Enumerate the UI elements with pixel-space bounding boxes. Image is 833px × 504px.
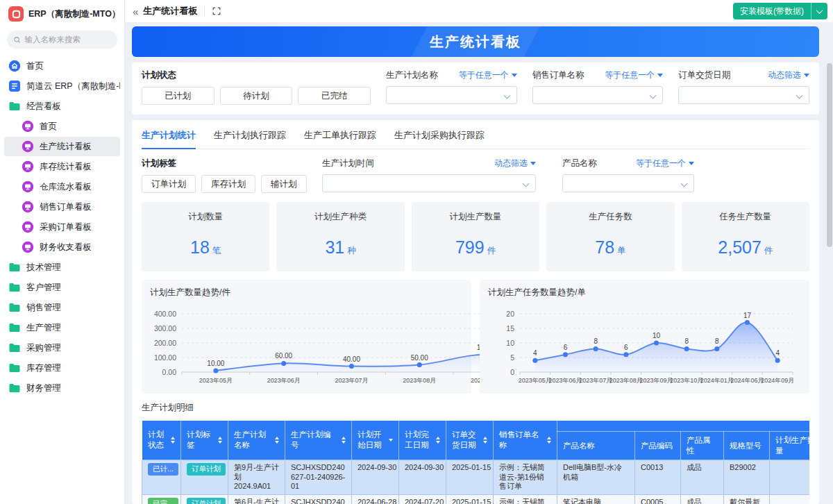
filter-select[interactable] bbox=[322, 174, 536, 192]
status-filter-button[interactable]: 已完结 bbox=[298, 87, 371, 105]
sidebar-item[interactable]: 财务收支看板 bbox=[4, 237, 120, 257]
svg-text:10: 10 bbox=[653, 332, 661, 339]
tag-filter-button[interactable]: 订单计划 bbox=[142, 175, 196, 193]
stat-label: 计划生产数量 bbox=[412, 211, 539, 223]
table-header-cell[interactable]: 计划标签 bbox=[181, 421, 228, 460]
sidebar-item[interactable]: 简道云 ERP（离散制造-MTO）... bbox=[4, 76, 120, 96]
plan-detail-section: 生产计划明细 计划状态计划标签生产计划名称生产计划编号计划开始日期计划完工日期订… bbox=[142, 402, 809, 504]
filter-operator-link[interactable]: 动态筛选 bbox=[768, 69, 809, 81]
product-group-header bbox=[557, 421, 810, 432]
sidebar-item[interactable]: 首页 bbox=[4, 117, 120, 136]
scrollbar-thumb[interactable] bbox=[827, 63, 832, 247]
table-header-cell[interactable]: 计划生产数量 bbox=[770, 432, 810, 460]
table-cell: 2025-01-15 bbox=[446, 460, 494, 495]
stat-value: 18笔 bbox=[142, 237, 269, 258]
stat-cards-row: 计划数量18笔计划生产种类31种计划生产数量799件生产任务数78单任务生产数量… bbox=[142, 202, 809, 271]
table-container[interactable]: 计划状态计划标签生产计划名称生产计划编号计划开始日期计划完工日期订单交货日期销售… bbox=[142, 420, 809, 504]
install-template-button[interactable]: 安装模板(带数据) bbox=[733, 3, 827, 19]
sidebar-item[interactable]: 生产统计看板 bbox=[4, 137, 120, 156]
table-header-cell[interactable]: 订单交货日期 bbox=[446, 421, 494, 460]
status-badge: 已完... bbox=[148, 498, 178, 504]
table-header-cell[interactable]: 生产计划编号 bbox=[285, 421, 352, 460]
table-header-cell[interactable]: 生产计划名称 bbox=[228, 421, 285, 460]
table-cell: Dell电脑B型-水冷机箱 bbox=[557, 460, 635, 495]
status-filter-button[interactable]: 已计划 bbox=[142, 87, 214, 105]
filter-label: 计划状态 bbox=[142, 69, 371, 81]
filter-select[interactable] bbox=[532, 86, 664, 104]
sidebar-item-label: 销售管理 bbox=[26, 302, 61, 314]
sidebar-item[interactable]: 财务管理 bbox=[4, 378, 120, 398]
svg-text:2024年01月: 2024年01月 bbox=[700, 377, 734, 384]
table-header-cell[interactable]: 计划完工日期 bbox=[399, 421, 446, 460]
svg-text:10.00: 10.00 bbox=[207, 360, 224, 367]
fullscreen-icon[interactable] bbox=[212, 6, 221, 16]
stat-value: 78单 bbox=[546, 237, 674, 258]
collapse-sidebar-icon[interactable]: « bbox=[129, 6, 142, 17]
filter-select[interactable] bbox=[678, 86, 809, 104]
svg-text:0: 0 bbox=[510, 368, 514, 376]
tag-filter-button[interactable]: 辅计划 bbox=[261, 175, 307, 193]
install-dropdown-caret[interactable] bbox=[811, 3, 827, 19]
sidebar-item[interactable]: 仓库流水看板 bbox=[4, 177, 120, 196]
filter-operator-link[interactable]: 等于任意一个 bbox=[605, 69, 663, 81]
filter-select[interactable] bbox=[562, 174, 694, 192]
filter-operator-link[interactable]: 等于任意一个 bbox=[636, 158, 694, 169]
search-input[interactable] bbox=[24, 35, 111, 44]
folder-icon bbox=[8, 261, 21, 274]
page-tab-title: 生产统计看板 bbox=[143, 5, 197, 17]
sidebar-item[interactable]: 首页 bbox=[4, 56, 120, 76]
topbar: « 生产统计看板 安装模板(带数据) bbox=[125, 0, 833, 22]
sidebar-item[interactable]: 采购管理 bbox=[4, 338, 120, 358]
filter-operator-link[interactable]: 动态筛选 bbox=[494, 158, 536, 169]
tab[interactable]: 生产工单执行跟踪 bbox=[304, 129, 376, 149]
sidebar-item[interactable]: 销售管理 bbox=[4, 298, 120, 317]
sidebar-item[interactable]: 生产管理 bbox=[4, 318, 120, 337]
sidebar-item-label: 库存管理 bbox=[26, 362, 61, 374]
folder-icon bbox=[8, 281, 21, 294]
filter-select[interactable] bbox=[386, 86, 517, 104]
table-row[interactable]: 已计...订单计划第9月-生产计划 2024.9A01SCJHXSDD24062… bbox=[142, 460, 810, 495]
tab[interactable]: 生产计划统计 bbox=[142, 129, 196, 149]
svg-text:100.00: 100.00 bbox=[154, 353, 176, 362]
table-header-cell[interactable]: 规格型号 bbox=[724, 432, 770, 460]
vertical-scrollbar[interactable] bbox=[827, 25, 832, 502]
dashboard-icon bbox=[22, 221, 34, 233]
stat-card: 任务生产数量2,507件 bbox=[682, 202, 809, 271]
table-header-cell[interactable]: 计划状态 bbox=[142, 421, 181, 460]
sidebar-item[interactable]: 库存统计看板 bbox=[4, 157, 120, 176]
filter-operator-link[interactable]: 等于任意一个 bbox=[459, 69, 517, 81]
chart-card: 计划生产任务数量趋势/单051015202023年05月2023年06月2023… bbox=[480, 280, 809, 394]
sidebar-item[interactable]: 库存管理 bbox=[4, 358, 120, 378]
table-header-cell[interactable]: 产品属性 bbox=[681, 432, 724, 460]
tag-filter-button[interactable]: 库存计划 bbox=[201, 175, 255, 193]
document-icon bbox=[8, 80, 21, 92]
filter-field-label: 产品名称 bbox=[562, 158, 597, 169]
sidebar-item[interactable]: 采购订单看板 bbox=[4, 217, 120, 237]
table-cell bbox=[770, 460, 810, 495]
table-header-cell[interactable]: 产品名称 bbox=[557, 432, 635, 460]
svg-text:2023年06月: 2023年06月 bbox=[548, 377, 582, 384]
table-cell: 已完... bbox=[142, 494, 181, 504]
sidebar-item[interactable]: 经营看板 bbox=[4, 96, 120, 116]
tab[interactable]: 生产计划采购执行跟踪 bbox=[394, 129, 485, 149]
table-row[interactable]: 已完...订单计划第6月-生产计划 2024.6A03SCJHXSDD24062… bbox=[142, 494, 810, 504]
stat-label: 计划生产种类 bbox=[276, 211, 404, 223]
plan-status-filter: 计划状态 已计划待计划已完结 bbox=[142, 69, 371, 105]
filter-field-label: 生产计划时间 bbox=[322, 158, 374, 169]
sidebar-item[interactable]: 技术管理 bbox=[4, 258, 120, 277]
sidebar-search[interactable] bbox=[7, 31, 117, 49]
table-header-cell[interactable]: 计划开始日期 bbox=[352, 421, 399, 460]
sidebar-item-label: 财务管理 bbox=[26, 383, 61, 394]
chevron-down-icon bbox=[681, 180, 688, 187]
sidebar-item[interactable]: 销售订单看板 bbox=[4, 197, 120, 217]
tab[interactable]: 生产计划执行跟踪 bbox=[214, 129, 286, 149]
dashboard-icon bbox=[22, 160, 34, 173]
inner-filter-row: 计划标签 订单计划库存计划辅计划 生产计划时间动态筛选产品名称等于任意一个 bbox=[142, 158, 809, 193]
filter-field: 订单交货日期动态筛选 bbox=[678, 69, 809, 105]
sort-icon bbox=[436, 437, 440, 444]
table-header-cell[interactable]: 产品编码 bbox=[635, 432, 681, 460]
status-filter-button[interactable]: 待计划 bbox=[220, 87, 293, 105]
sidebar-item[interactable]: 客户管理 bbox=[4, 278, 120, 297]
table-header-cell[interactable]: 销售订单名称 bbox=[494, 421, 557, 460]
top-filter-panel: 计划状态 已计划待计划已完结 生产计划名称等于任意一个销售订单名称等于任意一个订… bbox=[132, 62, 819, 115]
